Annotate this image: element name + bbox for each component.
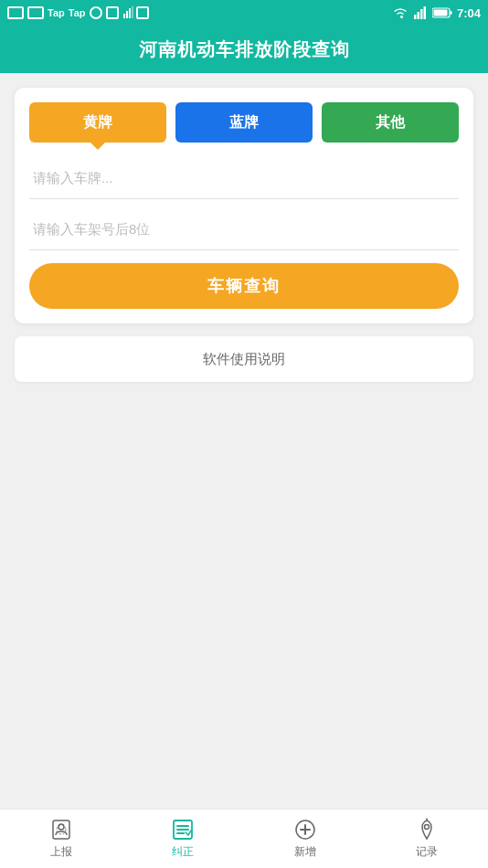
help-text: 软件使用说明 (203, 351, 285, 368)
status-circle-icon (90, 6, 102, 19)
chassis-number-input[interactable] (29, 208, 459, 250)
svg-rect-6 (420, 9, 423, 19)
plate-btn-blue[interactable]: 蓝牌 (175, 102, 313, 143)
status-icon-1 (7, 6, 24, 19)
svg-rect-0 (123, 14, 125, 18)
nav-item-record[interactable]: 记录 (366, 812, 489, 865)
help-card[interactable]: 软件使用说明 (15, 336, 473, 382)
bottom-nav: 上报 纠正 新增 记录 (0, 809, 488, 868)
correct-icon (171, 818, 195, 842)
plate-number-input[interactable] (29, 157, 459, 199)
status-icon-2 (27, 6, 44, 19)
status-square-icon-2 (136, 6, 149, 19)
report-icon (49, 818, 73, 842)
app-header: 河南机动车排放阶段查询 (0, 26, 488, 73)
query-button[interactable]: 车辆查询 (29, 263, 459, 309)
tap-label-1: Tap (48, 7, 65, 18)
plate-btn-other[interactable]: 其他 (322, 102, 459, 143)
nav-label-add: 新增 (294, 844, 316, 860)
status-bar: Tap Tap 7:04 (0, 0, 488, 26)
nav-label-report: 上报 (50, 844, 72, 860)
tap-label-2: Tap (69, 7, 86, 18)
status-square-icon-1 (106, 6, 119, 19)
nav-item-add[interactable]: 新增 (244, 812, 366, 865)
plate-btn-yellow[interactable]: 黄牌 (29, 102, 166, 143)
wifi-icon (392, 6, 408, 19)
record-icon (415, 818, 439, 842)
status-left-icons: Tap Tap (7, 6, 149, 19)
svg-rect-4 (414, 15, 417, 19)
svg-rect-5 (417, 12, 419, 19)
battery-icon (432, 7, 452, 18)
svg-rect-9 (433, 10, 447, 16)
status-extra-icons (122, 6, 149, 19)
status-time: 7:04 (457, 6, 481, 20)
svg-rect-7 (423, 6, 426, 19)
svg-point-21 (425, 825, 430, 830)
add-icon (293, 818, 317, 842)
signal-strength-icon (413, 6, 428, 19)
signal-icon (122, 6, 135, 19)
app-title: 河南机动车排放阶段查询 (139, 37, 350, 62)
query-card: 黄牌 蓝牌 其他 车辆查询 (15, 88, 473, 323)
nav-label-record: 记录 (416, 844, 438, 860)
svg-rect-1 (126, 11, 128, 18)
nav-label-correct: 纠正 (172, 844, 194, 860)
status-right-icons: 7:04 (392, 6, 481, 20)
nav-item-correct[interactable]: 纠正 (122, 812, 245, 865)
nav-item-report[interactable]: 上报 (0, 812, 122, 865)
main-content: 黄牌 蓝牌 其他 车辆查询 软件使用说明 (0, 73, 488, 809)
plate-type-row: 黄牌 蓝牌 其他 (29, 102, 459, 143)
svg-point-12 (58, 824, 64, 830)
svg-rect-10 (450, 11, 451, 15)
svg-rect-2 (129, 8, 131, 18)
svg-rect-3 (132, 6, 133, 18)
